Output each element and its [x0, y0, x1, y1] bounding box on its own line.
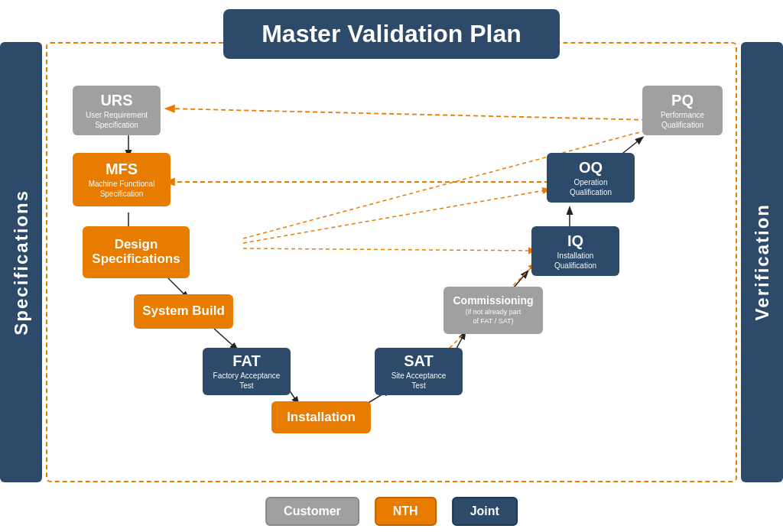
fat-node: FAT Factory Acceptance Test	[203, 348, 291, 395]
iq-node: IQ Installation Qualification	[531, 226, 619, 276]
verification-label: Verification	[741, 42, 783, 482]
legend-customer: Customer	[265, 497, 359, 526]
urs-node: URS User Requirement Specification	[73, 86, 161, 135]
legend-nth: NTH	[375, 497, 437, 526]
installation-node: Installation	[271, 401, 371, 433]
specifications-label: Specifications	[0, 42, 42, 482]
design-specs-node: DesignSpecifications	[83, 226, 190, 278]
legend: Customer NTH Joint	[265, 497, 518, 526]
oq-node: OQ Operation Qualification	[547, 153, 635, 203]
pq-node: PQ Performance Qualification	[642, 86, 723, 135]
main-title: Master Validation Plan	[223, 9, 560, 59]
mfs-node: MFS Machine Functional Specification	[73, 153, 171, 206]
legend-joint: Joint	[452, 497, 518, 526]
sat-node: SAT Site Acceptance Test	[375, 348, 463, 395]
system-build-node: System Build	[134, 294, 233, 329]
commissioning-node: Commissioning (if not already part of FA…	[443, 287, 543, 334]
